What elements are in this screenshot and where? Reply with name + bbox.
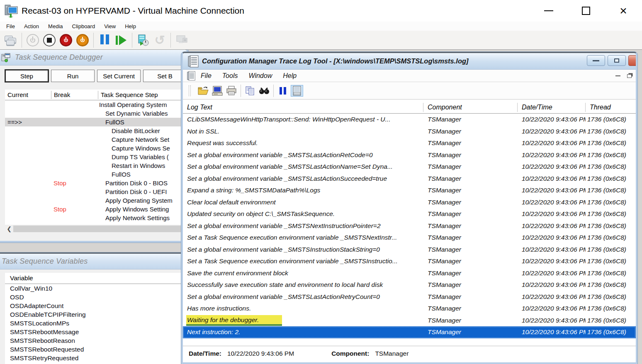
pane-splitter[interactable]: [183, 338, 636, 346]
debugger-button[interactable]: Run: [51, 70, 95, 82]
host-menu-item[interactable]: Clipboard: [68, 23, 100, 29]
debugger-button[interactable]: Set B: [143, 70, 187, 82]
log-row[interactable]: Updated security on object C:\_SMSTaskSe…: [183, 208, 636, 220]
cmtrace-restore-button[interactable]: [608, 55, 626, 66]
log-row[interactable]: Set a global environment variable _SMSTS…: [183, 291, 636, 303]
column-datetime[interactable]: Date/Time: [518, 103, 586, 112]
print-icon[interactable]: [225, 85, 238, 97]
scrollbar-track[interactable]: [13, 226, 187, 232]
debugger-step-row[interactable]: ==>> FullOS: [5, 118, 187, 126]
log-row[interactable]: Successfully save execution state and en…: [183, 279, 636, 291]
debugger-step-row[interactable]: Set Dynamic Variables: [5, 109, 187, 118]
column-log-text[interactable]: Log Text: [183, 103, 423, 112]
variable-row[interactable]: OSDAdapterCount: [5, 301, 187, 310]
cmtrace-menu-item[interactable]: Tools: [217, 72, 243, 80]
debugger-step-row[interactable]: Capture Network Set: [5, 135, 187, 144]
log-row[interactable]: Request was successful. TSManager 10/22/…: [183, 137, 636, 149]
cmtrace-minimize-button[interactable]: [587, 55, 605, 66]
log-row[interactable]: Has more instructions. TSManager 10/22/2…: [183, 303, 636, 315]
host-menu-item[interactable]: View: [100, 23, 120, 29]
log-row[interactable]: Not in SSL. TSManager 10/22/2020 9:43:06…: [183, 126, 636, 138]
debugger-step-row[interactable]: Stop Apply Windows Setting: [5, 205, 187, 214]
log-text-cell: Save the current environment block: [183, 269, 423, 277]
start-icon[interactable]: [26, 33, 40, 47]
log-row[interactable]: Set a global environment variable _SMSTS…: [183, 149, 636, 161]
debugger-step-row[interactable]: Apply Network Settings: [5, 214, 187, 222]
open-file-icon[interactable]: [197, 85, 209, 97]
find-icon[interactable]: [258, 85, 270, 97]
debugger-step-row[interactable]: Partition Disk 0 - UEFI: [5, 187, 187, 196]
cmtrace-titlebar[interactable]: Configuration Manager Trace Log Tool - […: [183, 53, 636, 70]
variable-row[interactable]: SMSTSRetryRequested: [5, 354, 187, 362]
child-restore-icon[interactable]: [627, 74, 632, 78]
debugger-button[interactable]: Step: [5, 70, 49, 82]
minimize-icon: [544, 10, 553, 11]
save-state-icon[interactable]: [75, 33, 90, 47]
checkpoint-icon[interactable]: [136, 33, 150, 47]
log-document-icon[interactable]: [187, 71, 195, 81]
variable-row[interactable]: OSD: [5, 293, 187, 301]
shut-down-icon[interactable]: [59, 33, 73, 47]
column-component[interactable]: Component: [423, 103, 518, 112]
log-row[interactable]: Next instruction: 2. TSManager 10/22/202…: [183, 326, 636, 338]
debugger-step-row[interactable]: Restart in Windows: [5, 161, 187, 170]
cmtrace-close-button[interactable]: [628, 55, 637, 66]
variable-row[interactable]: SMSTSRebootRequested: [5, 345, 187, 354]
host-menu-item[interactable]: File: [2, 23, 19, 29]
log-row[interactable]: Set a global environment variable _SMSTS…: [183, 244, 636, 256]
debugger-step-row[interactable]: Dump TS Variables (: [5, 153, 187, 161]
host-menu-item[interactable]: Help: [120, 23, 141, 29]
debugger-step-row[interactable]: Capture Windows Se: [5, 144, 187, 153]
debugger-button[interactable]: Set Current: [97, 70, 141, 82]
host-maximize-button[interactable]: [567, 0, 605, 22]
log-row[interactable]: Set a global environment variable _SMSTS…: [183, 161, 636, 173]
debugger-horizontal-scrollbar[interactable]: ❮: [5, 225, 187, 233]
variable-row[interactable]: SMSTSRebootReason: [5, 336, 187, 345]
log-row[interactable]: CLibSMSMessageWinHttpTransport::Send: Wi…: [183, 114, 636, 126]
debugger-step-row[interactable]: Stop Partition Disk 0 - BIOS: [5, 179, 187, 187]
log-row[interactable]: Save the current environment block TSMan…: [183, 267, 636, 279]
debugger-step-row[interactable]: Install Operating System: [5, 100, 187, 109]
log-row[interactable]: Waiting for the debugger. TSManager 10/2…: [183, 315, 636, 327]
highlight-icon[interactable]: [291, 85, 303, 97]
cmtrace-menu-item[interactable]: Window: [243, 72, 277, 80]
reset-icon[interactable]: [114, 33, 128, 47]
ctrl-alt-del-icon[interactable]: [4, 33, 18, 47]
host-close-button[interactable]: ×: [605, 0, 642, 22]
log-row[interactable]: Clear local default environment TSManage…: [183, 197, 636, 209]
variables-titlebar[interactable]: Task Sequence Variables: [0, 254, 187, 269]
log-row[interactable]: Set a global environment variable _SMSTS…: [183, 173, 636, 185]
column-task-sequence-step[interactable]: Task Sequence Step: [98, 91, 187, 99]
cmtrace-menu-item[interactable]: Help: [277, 72, 302, 80]
debugger-step-row[interactable]: Disable BitLocker: [5, 126, 187, 135]
pause-icon[interactable]: [97, 33, 112, 47]
variable-row[interactable]: SMSTSLocationMPs: [5, 319, 187, 328]
log-row[interactable]: Expand a string: %_SMSTSMDataPath%\Logs …: [183, 184, 636, 197]
error-lookup-icon[interactable]: [211, 85, 224, 97]
debugger-step-row[interactable]: FullOS: [5, 170, 187, 179]
copy-icon[interactable]: [244, 85, 256, 97]
enhanced-session-icon[interactable]: [175, 33, 189, 47]
host-minimize-button[interactable]: [530, 0, 567, 22]
scroll-left-icon[interactable]: ❮: [5, 226, 13, 232]
pause-monitoring-icon[interactable]: [277, 85, 289, 97]
log-row[interactable]: Set a Task Sequence execution environmen…: [183, 255, 636, 267]
column-thread[interactable]: Thread: [586, 103, 636, 112]
turn-off-icon[interactable]: [42, 33, 56, 47]
host-menu-item[interactable]: Action: [19, 23, 44, 29]
variable-row[interactable]: CollVar_Win10: [5, 284, 187, 293]
cmtrace-menu-item[interactable]: File: [195, 72, 217, 80]
debugger-titlebar[interactable]: Task Sequence Debugger: [0, 50, 187, 66]
log-row[interactable]: Set a global environment variable _SMSTS…: [183, 220, 636, 232]
child-minimize-icon[interactable]: [615, 75, 620, 77]
variable-row[interactable]: OSDEnableTCPIPFiltering: [5, 310, 187, 319]
variable-row[interactable]: SMSTSRebootMessage: [5, 328, 187, 336]
column-variable[interactable]: Variable: [5, 273, 187, 284]
column-current[interactable]: Current: [5, 91, 51, 99]
host-menu-item[interactable]: Media: [44, 23, 67, 29]
column-break[interactable]: Break: [51, 91, 98, 99]
host-titlebar: Recast-03 on HYPERVAMD - Virtual Machine…: [0, 0, 642, 22]
revert-icon[interactable]: ↺: [153, 33, 167, 47]
debugger-step-row[interactable]: Apply Operating System: [5, 196, 187, 205]
log-row[interactable]: Set a Task Sequence execution environmen…: [183, 232, 636, 244]
